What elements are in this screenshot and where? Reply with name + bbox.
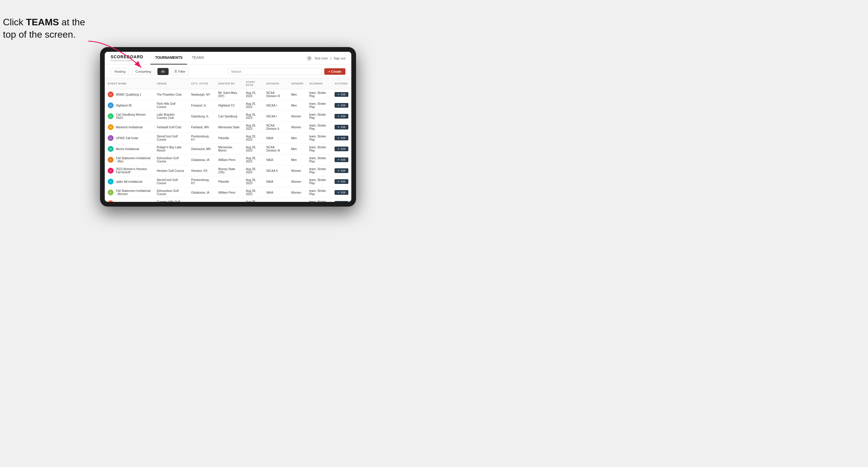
nav-tabs: TOURNAMENTS TEAMS	[150, 52, 209, 64]
cell-start-date: Aug 28, 2023	[243, 155, 264, 165]
edit-button[interactable]: ✏ Edit	[335, 168, 348, 173]
edit-button[interactable]: ✏ Edit	[335, 92, 348, 97]
cell-actions: ✏ Edit	[332, 89, 351, 100]
cell-hosted-by: William Penn	[215, 155, 243, 165]
team-logo: H	[108, 102, 114, 108]
settings-icon[interactable]: ⚙	[307, 56, 312, 61]
col-city-state: CITY, STATE	[188, 78, 215, 89]
search-input[interactable]	[228, 68, 322, 75]
edit-button[interactable]: ✏ Edit	[335, 103, 348, 108]
logo-text: SCOREBOARD	[111, 55, 143, 59]
cell-hosted-by: William Penn	[215, 187, 243, 198]
table-row: M Morris Invitational Ruttger's Bay Lake…	[105, 144, 351, 155]
col-division: DIVISION	[264, 78, 288, 89]
edit-button[interactable]: ✏ Edit	[335, 157, 348, 162]
logo-sub: Powered by clippit	[111, 59, 143, 62]
edit-button[interactable]: ✏ Edit	[335, 201, 348, 202]
cell-start-date: Aug 24, 2023	[243, 89, 264, 100]
cell-division: NAIA	[264, 133, 288, 144]
cell-division: NAIA	[264, 155, 288, 165]
sign-out-link[interactable]: Sign out	[334, 57, 345, 60]
edit-icon: ✏	[338, 148, 340, 150]
cell-scoring: team, Stroke Play	[306, 187, 332, 198]
cell-actions: ✏ Edit	[332, 198, 351, 202]
cell-gender: Women	[288, 187, 306, 198]
cell-city-state: Oskaloosa, IA	[188, 187, 215, 198]
edit-button[interactable]: ✏ Edit	[335, 147, 348, 151]
cell-scoring: team, Stroke Play	[306, 144, 332, 155]
logo-area: SCOREBOARD Powered by clippit	[111, 55, 143, 62]
event-name-text: Carl Sandburg Women FA23	[116, 113, 151, 120]
cell-scoring: team, Stroke Play	[306, 176, 332, 187]
cell-city-state: Freeport, IL	[188, 100, 215, 111]
team-logo: C	[108, 113, 114, 119]
cell-venue: StoneCrest Golf Course	[154, 176, 188, 187]
cell-hosted-by: Minnesota-Morris	[215, 144, 243, 155]
cell-venue: StoneCrest Golf Course	[154, 133, 188, 144]
event-name-text: Fall Statesmen Invitational - Women	[116, 189, 151, 196]
cell-city-state: Vincennes, IN	[188, 198, 215, 202]
cell-gender: Men	[288, 133, 306, 144]
event-name-text: Morris Invitational	[116, 148, 139, 151]
cell-division: NICAA I	[264, 111, 288, 122]
cell-event-name: M MSMC Qualifying 1	[105, 89, 154, 100]
competing-tab[interactable]: Competing	[131, 68, 155, 75]
tab-tournaments[interactable]: TOURNAMENTS	[150, 52, 187, 64]
edit-button[interactable]: ✏ Edit	[335, 190, 348, 195]
cell-scoring: team, Stroke Play	[306, 133, 332, 144]
hosting-tab[interactable]: Hosting	[111, 68, 129, 75]
cell-hosted-by: Pikeville	[215, 133, 243, 144]
toolbar: Hosting Competing All ☰ Filter + Create	[105, 65, 351, 78]
table-row: V VU PREVIEW Cypress Hills Golf Club Vin…	[105, 198, 351, 202]
filter-button[interactable]: ☰ Filter	[171, 68, 189, 75]
cell-scoring: team, Stroke Play	[306, 155, 332, 165]
cell-hosted-by: Murray State (OK)	[215, 165, 243, 176]
cell-actions: ✏ Edit	[332, 155, 351, 165]
cell-event-name: U UPIKE Fall Invite	[105, 133, 154, 144]
edit-icon: ✏	[338, 191, 340, 194]
cell-city-state: Prestonsburg, KY	[188, 176, 215, 187]
cell-city-state: Prestonsburg, KY	[188, 133, 215, 144]
cell-venue: Lake Bracken Country Club	[154, 111, 188, 122]
cell-hosted-by: Carl Sandburg	[215, 111, 243, 122]
cell-division: NAIA	[264, 176, 288, 187]
cell-gender: Men	[288, 100, 306, 111]
all-tab[interactable]: All	[157, 68, 168, 75]
cell-scoring: team, Stroke Play	[306, 122, 332, 133]
cell-actions: ✏ Edit	[332, 187, 351, 198]
cell-scoring: team, Stroke Play	[306, 111, 332, 122]
cell-division: NAIA	[264, 187, 288, 198]
edit-button[interactable]: ✏ Edit	[335, 136, 348, 141]
cell-gender: Men	[288, 89, 306, 100]
table-row: F Fall Statesmen Invitational - Men Edmu…	[105, 155, 351, 165]
cell-actions: ✏ Edit	[332, 176, 351, 187]
event-name-text: upike fall invitational	[116, 180, 143, 183]
cell-event-name: M Morris Invitational	[105, 144, 154, 155]
cell-start-date: Aug 28, 2023	[243, 133, 264, 144]
cell-event-name: H Highland 36	[105, 100, 154, 111]
tab-teams[interactable]: TEAMS	[187, 52, 209, 64]
cell-gender: Women	[288, 122, 306, 133]
cell-event-name: F Fall Statesmen Invitational - Women	[105, 187, 154, 198]
team-logo: M	[108, 146, 114, 152]
cell-city-state: Faribault, MN	[188, 122, 215, 133]
cell-division: NCAA Division II	[264, 122, 288, 133]
cell-start-date: Aug 26, 2023	[243, 111, 264, 122]
cell-gender: Women	[288, 176, 306, 187]
col-start-date: START DATE	[243, 78, 264, 89]
cell-start-date: Aug 28, 2023	[243, 176, 264, 187]
create-button[interactable]: + Create	[324, 68, 345, 75]
edit-icon: ✏	[338, 104, 340, 107]
cell-actions: ✏ Edit	[332, 165, 351, 176]
cell-division: NCAA Division III	[264, 89, 288, 100]
edit-button[interactable]: ✏ Edit	[335, 125, 348, 129]
edit-icon: ✏	[338, 158, 340, 161]
cell-start-date: Aug 28, 2023	[243, 198, 264, 202]
cell-division: NICAA I	[264, 100, 288, 111]
cell-start-date: Aug 28, 2023	[243, 122, 264, 133]
edit-button[interactable]: ✏ Edit	[335, 114, 348, 119]
cell-event-name: C Carl Sandburg Women FA23	[105, 111, 154, 122]
cell-gender: Men	[288, 144, 306, 155]
edit-button[interactable]: ✏ Edit	[335, 179, 348, 184]
instruction-prefix: Click	[3, 17, 26, 27]
